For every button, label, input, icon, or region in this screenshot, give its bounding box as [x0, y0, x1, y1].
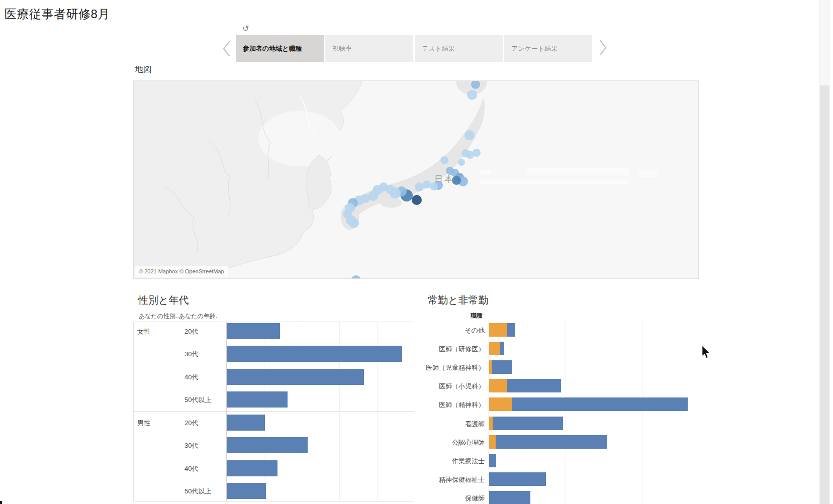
chart-gridline [642, 320, 643, 504]
age-label: 50代以上 [184, 395, 211, 405]
occupation-label: 作業療法士 [354, 457, 485, 466]
parttime-bar-segment[interactable] [507, 323, 515, 337]
map-data-point[interactable] [458, 159, 465, 166]
gender-age-bar[interactable] [227, 323, 280, 339]
fulltime-bar-segment[interactable] [489, 342, 500, 355]
parttime-bar-segment[interactable] [493, 417, 563, 430]
chart-border-top [133, 322, 414, 322]
gender-age-bar[interactable] [227, 369, 364, 385]
fulltime-bar-segment[interactable] [489, 417, 493, 430]
gender-age-bar[interactable] [227, 391, 288, 408]
tab-test-results[interactable]: テスト結果 [415, 35, 503, 62]
age-label: 20代 [184, 419, 198, 428]
corner-artifact [0, 501, 2, 504]
parttime-bar-segment[interactable] [496, 435, 607, 449]
occupation-label: 医師（研修医） [354, 345, 485, 354]
occupation-label: 看護師 [354, 420, 485, 429]
left-chart-subtitle: あなたの性別..あなたの年齢. [139, 312, 217, 321]
age-label: 30代 [184, 350, 198, 359]
dashboard-screen: 医療従事者研修8月 ↺ 参加者の地域と職種 視聴率 テスト結果 アンケート結果 … [0, 0, 833, 504]
map-attribution: © 2021 Mapbox © OpenStreetMap [135, 266, 228, 277]
map-data-point[interactable] [423, 180, 431, 188]
age-label: 20代 [184, 327, 198, 336]
parttime-bar-segment[interactable] [492, 360, 512, 374]
country-label: 日本 [434, 173, 454, 185]
map-data-point[interactable] [349, 218, 359, 228]
refresh-icon[interactable]: ↺ [242, 24, 249, 33]
fulltime-bar-segment[interactable] [489, 397, 512, 411]
fulltime-bar-segment[interactable] [489, 435, 496, 449]
gender-label: 女性 [137, 327, 150, 336]
chevron-right-icon[interactable] [597, 39, 608, 56]
occupation-label: 医師（精神科） [354, 400, 485, 410]
parttime-bar-segment[interactable] [512, 397, 688, 411]
map-data-point[interactable] [467, 90, 477, 100]
chart-border-left [133, 322, 134, 501]
map-data-point[interactable] [473, 149, 481, 157]
vertical-scrollbar-thumb[interactable] [820, 85, 829, 504]
map-data-point[interactable] [415, 182, 424, 191]
chart-gridline [566, 320, 566, 504]
japan-map[interactable]: 日本 © 2021 Mapbox © OpenStreetMap [133, 80, 699, 279]
parttime-bar-segment[interactable] [489, 454, 496, 467]
mouse-cursor [702, 346, 711, 359]
occupation-label: 医師（小児科） [354, 382, 485, 391]
gender-age-bar[interactable] [227, 415, 265, 431]
left-chart-title: 性別と年代 [138, 293, 189, 307]
map-heading: 地図 [135, 66, 152, 73]
parttime-bar-segment[interactable] [507, 379, 561, 392]
parttime-bar-segment[interactable] [489, 491, 530, 504]
age-label: 50代以上 [184, 487, 211, 496]
right-chart-column-header: 職種 [471, 312, 483, 320]
chart-gridline [681, 320, 681, 504]
map-data-point[interactable] [412, 195, 422, 205]
chart-gender-separator [133, 411, 414, 412]
age-label: 30代 [184, 441, 198, 450]
tab-region-occupation[interactable]: 参加者の地域と職種 [236, 35, 324, 62]
fulltime-bar-segment[interactable] [489, 323, 507, 337]
occupation-label: 保健師 [354, 494, 485, 503]
tab-survey-results[interactable]: アンケート結果 [504, 35, 592, 62]
occupation-label: 医師（児童精神科） [354, 363, 485, 372]
map-faded-label [480, 170, 491, 175]
tab-view-rate[interactable]: 視聴率 [325, 35, 413, 62]
occupation-label: 精神保健福祉士 [354, 475, 485, 484]
map-faded-label [639, 170, 658, 177]
gender-age-bar[interactable] [227, 460, 277, 476]
map-faded-label [480, 179, 629, 184]
parttime-bar-segment[interactable] [500, 342, 504, 355]
age-label: 40代 [184, 464, 198, 473]
gender-age-bar[interactable] [227, 483, 266, 499]
parttime-bar-segment[interactable] [489, 472, 546, 486]
gender-label: 男性 [137, 419, 150, 428]
map-data-point[interactable] [465, 130, 475, 140]
occupation-label: その他 [354, 326, 485, 335]
chart-gridline [604, 320, 604, 504]
fulltime-bar-segment[interactable] [489, 379, 507, 392]
occupation-label: 公認心理師 [354, 438, 485, 447]
gender-age-bar[interactable] [227, 437, 308, 453]
page-title: 医療従事者研修8月 [5, 6, 110, 22]
right-chart-title: 常勤と非常勤 [428, 293, 488, 307]
map-data-point[interactable] [440, 156, 448, 164]
map-faded-label [526, 168, 629, 175]
chevron-left-icon[interactable] [221, 40, 232, 57]
age-label: 40代 [184, 373, 198, 382]
